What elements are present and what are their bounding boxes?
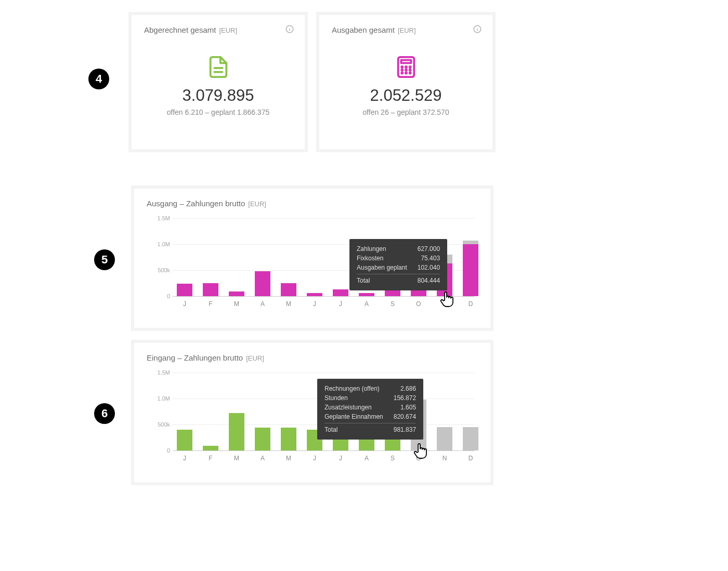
bar[interactable]: J: [177, 284, 192, 296]
svg-point-17: [405, 72, 406, 73]
x-tick-label: J: [333, 300, 348, 308]
chart-tooltip-ausgang: Zahlungen627.000Fixkosten75.403Ausgaben …: [349, 239, 447, 290]
tooltip-row-label: Geplante Einnahmen: [324, 412, 383, 421]
card-title-text: Ausgaben gesamt: [332, 25, 395, 34]
card-title-unit: [EUR]: [398, 26, 416, 34]
svg-point-2: [289, 27, 290, 28]
card-title-unit: [EUR]: [219, 26, 237, 34]
svg-rect-9: [401, 60, 411, 63]
x-tick-label: F: [203, 455, 218, 462]
x-tick-label: A: [255, 455, 270, 462]
tooltip-row-value: 75.403: [421, 254, 440, 263]
chart-title-unit: [EUR]: [248, 200, 266, 208]
y-tick-label: 1.5M: [158, 369, 170, 376]
chart-card-eingang: Eingang – Zahlungen brutto [EUR] 0500k1.…: [131, 340, 493, 485]
x-tick-label: D: [463, 300, 478, 308]
y-tick-label: 1.5M: [158, 215, 170, 221]
x-tick-label: A: [359, 455, 374, 462]
summary-value: 2.052.529: [332, 86, 480, 105]
summary-card-abgerechnet: Abgerechnet gesamt [EUR] 3.079.895 offen…: [128, 12, 308, 152]
chart-tooltip-eingang: Rechnungen (offen)2.686Stunden156.872Zus…: [317, 379, 423, 440]
svg-point-11: [405, 67, 406, 68]
section-badge-5: 5: [94, 249, 115, 270]
summary-value: 3.079.895: [144, 86, 292, 105]
bar[interactable]: M: [281, 428, 296, 450]
y-tick-label: 0: [167, 293, 170, 299]
tooltip-total-label: Total: [324, 425, 337, 434]
bar[interactable]: N: [437, 427, 452, 450]
y-tick-label: 1.0M: [158, 241, 170, 247]
svg-point-7: [477, 27, 477, 28]
bar[interactable]: A: [359, 293, 374, 296]
bar[interactable]: M: [281, 283, 296, 296]
chart-title: Ausgang – Zahlungen brutto [EUR]: [147, 199, 478, 208]
y-tick-label: 500k: [158, 421, 170, 428]
x-tick-label: M: [281, 300, 296, 308]
tooltip-row-label: Rechnungen (offen): [324, 384, 380, 393]
info-icon[interactable]: [473, 24, 482, 34]
bar[interactable]: M: [229, 413, 244, 450]
tooltip-row-value: 156.872: [394, 393, 416, 403]
x-tick-label: S: [385, 300, 400, 308]
info-icon[interactable]: [285, 24, 294, 34]
card-title: Ausgaben gesamt [EUR]: [332, 25, 480, 34]
bar[interactable]: A: [255, 271, 270, 296]
tooltip-total-value: 804.444: [418, 276, 440, 285]
tooltip-row-label: Fixkosten: [357, 254, 383, 263]
x-tick-label: O: [411, 300, 426, 308]
x-tick-label: M: [229, 455, 244, 462]
x-tick-label: S: [385, 455, 400, 462]
x-tick-label: J: [333, 455, 348, 462]
calculator-icon: [332, 55, 480, 81]
x-tick-label: J: [177, 300, 192, 308]
tooltip-row-label: Zusatzleistungen: [324, 403, 372, 412]
tooltip-row-value: 1.605: [400, 403, 416, 412]
section-badge-4: 4: [88, 69, 109, 89]
x-tick-label: J: [307, 300, 322, 308]
bar[interactable]: D: [463, 241, 478, 296]
svg-point-14: [405, 70, 406, 71]
bar[interactable]: F: [203, 446, 218, 450]
chart-title-unit: [EUR]: [246, 354, 264, 362]
x-tick-label: A: [255, 300, 270, 308]
bar[interactable]: F: [203, 283, 218, 296]
y-tick-label: 500k: [158, 267, 170, 273]
x-tick-label: A: [359, 300, 374, 308]
summary-subtext: offen 6.210 – geplant 1.866.375: [144, 108, 292, 116]
x-tick-label: M: [281, 455, 296, 462]
tooltip-row-label: Zahlungen: [357, 244, 386, 254]
tooltip-row-value: 102.040: [418, 263, 440, 272]
svg-point-18: [409, 72, 410, 73]
summary-card-ausgaben: Ausgaben gesamt [EUR] 2.052.529 offen 26…: [316, 12, 496, 152]
x-tick-label: N: [437, 300, 452, 308]
bar[interactable]: A: [255, 428, 270, 450]
y-tick-label: 1.0M: [158, 395, 170, 402]
chart-title-text: Eingang – Zahlungen brutto: [147, 353, 243, 362]
tooltip-total-value: 981.837: [394, 425, 416, 434]
bar[interactable]: J: [333, 289, 348, 296]
tooltip-row-value: 820.674: [394, 412, 416, 421]
tooltip-total-label: Total: [357, 276, 370, 285]
section-badge-6: 6: [94, 403, 115, 424]
svg-point-10: [401, 67, 402, 68]
tooltip-row-label: Ausgaben geplant: [357, 263, 407, 272]
svg-point-12: [409, 67, 410, 68]
bar[interactable]: J: [177, 430, 192, 450]
bar[interactable]: D: [463, 427, 478, 450]
bar[interactable]: J: [307, 293, 322, 296]
x-tick-label: J: [307, 455, 322, 462]
tooltip-row-value: 2.686: [400, 384, 416, 393]
card-title-text: Abgerechnet gesamt: [144, 25, 216, 34]
svg-point-15: [409, 70, 410, 71]
bar[interactable]: M: [229, 291, 244, 296]
x-tick-label: O: [411, 455, 426, 462]
summary-subtext: offen 26 – geplant 372.570: [332, 108, 480, 116]
document-icon: [144, 55, 292, 81]
x-tick-label: J: [177, 455, 192, 462]
chart-title: Eingang – Zahlungen brutto [EUR]: [147, 353, 478, 362]
x-tick-label: N: [437, 455, 452, 462]
chart-title-text: Ausgang – Zahlungen brutto: [147, 199, 245, 208]
x-tick-label: M: [229, 300, 244, 308]
x-tick-label: D: [463, 455, 478, 462]
tooltip-row-label: Stunden: [324, 393, 348, 403]
